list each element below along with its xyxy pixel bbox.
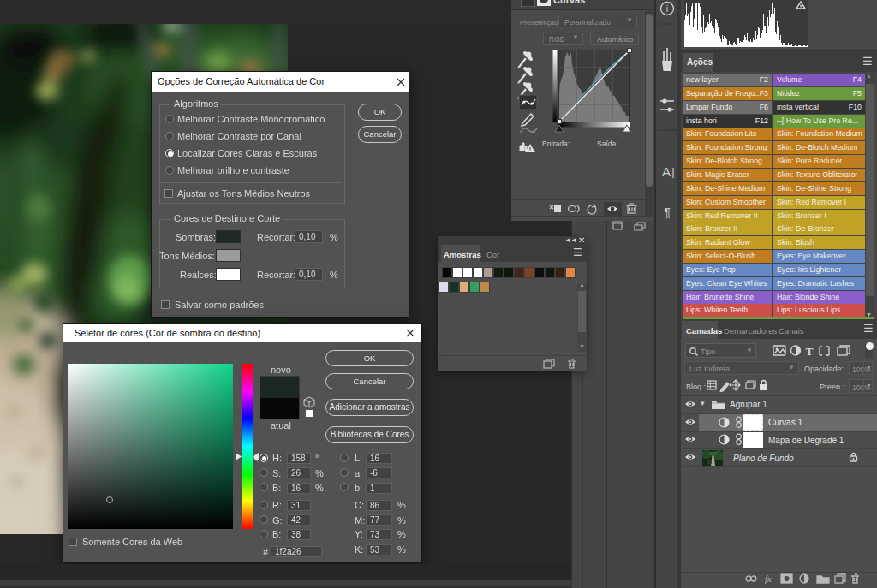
svg-text:A: A xyxy=(662,164,671,179)
svg-text:i: i xyxy=(666,3,668,14)
svg-text:|: | xyxy=(671,165,674,178)
svg-text:T: T xyxy=(806,345,814,358)
svg-text:!: ! xyxy=(529,146,531,152)
svg-text:¶: ¶ xyxy=(664,205,671,219)
svg-text:fx: fx xyxy=(765,573,772,584)
